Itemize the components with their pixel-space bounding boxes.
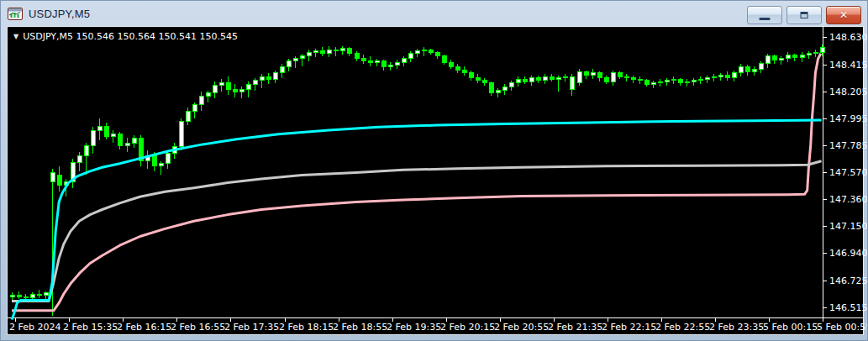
minimize-button[interactable] xyxy=(747,6,782,24)
time-tick-label: 2 Feb 16:55 xyxy=(171,322,225,333)
price-tick-label: 146.725 xyxy=(829,275,868,286)
time-axis[interactable]: 2 Feb 20242 Feb 15:352 Feb 16:152 Feb 16… xyxy=(9,318,868,333)
time-tick-label: 2 Feb 18:55 xyxy=(333,322,387,333)
maximize-button[interactable] xyxy=(786,6,822,24)
time-tick-label: 2 Feb 16:15 xyxy=(117,322,171,333)
symbol-dropdown-icon: ▼ xyxy=(13,33,18,40)
time-tick-label: 2 Feb 20:55 xyxy=(494,322,549,333)
chart-plot[interactable]: 148.630148.415148.205147.995147.785147.5… xyxy=(8,27,863,334)
terminal-window: USDJPY,M5 ✕ 148.630148.415148.205147.995… xyxy=(0,0,868,341)
time-tick-label: 2 Feb 22:15 xyxy=(602,322,656,333)
price-tick-label: 148.415 xyxy=(829,60,868,71)
window-controls: ✕ xyxy=(747,6,861,24)
chart-window-icon xyxy=(8,8,23,20)
price-tick-label: 147.570 xyxy=(829,167,868,178)
chart-area[interactable]: 148.630148.415148.205147.995147.785147.5… xyxy=(8,27,863,334)
price-tick-label: 147.995 xyxy=(829,113,868,124)
time-tick-label: 2 Feb 23:35 xyxy=(709,322,764,333)
time-tick-label: 2 Feb 21:35 xyxy=(548,322,602,333)
time-tick-label: 5 Feb 00:15 xyxy=(763,322,818,333)
time-tick-label: 2 Feb 15:35 xyxy=(63,322,118,333)
time-tick-label: 5 Feb 00:55 xyxy=(817,322,868,333)
close-button[interactable]: ✕ xyxy=(826,6,861,24)
window-title: USDJPY,M5 xyxy=(29,8,90,20)
price-tick-label: 146.515 xyxy=(829,302,868,313)
price-tick-label: 146.940 xyxy=(829,248,868,259)
ohlc-readout: ▼USDJPY,M5 150.546 150.564 150.541 150.5… xyxy=(13,31,238,42)
indicator-line-middle-band xyxy=(12,161,822,302)
price-tick-label: 148.630 xyxy=(829,32,868,43)
price-tick-label: 147.360 xyxy=(829,194,868,205)
time-tick-label: 2 Feb 2024 xyxy=(9,322,60,333)
indicator-line-lower-band xyxy=(12,54,821,311)
time-tick-label: 2 Feb 18:15 xyxy=(279,322,334,333)
candlestick-series xyxy=(10,46,818,316)
title-bar[interactable]: USDJPY,M5 ✕ xyxy=(1,1,867,26)
minimize-icon xyxy=(760,18,771,20)
ohlc-text: USDJPY,M5 150.546 150.564 150.541 150.54… xyxy=(23,31,238,42)
indicator-line-upper-band xyxy=(12,120,822,320)
price-tick-label: 147.785 xyxy=(829,140,868,151)
time-tick-label: 2 Feb 22:55 xyxy=(655,322,710,333)
time-tick-label: 2 Feb 19:35 xyxy=(387,322,441,333)
price-axis[interactable]: 148.630148.415148.205147.995147.785147.5… xyxy=(823,32,868,313)
price-tick-label: 147.150 xyxy=(829,221,868,232)
price-tick-label: 148.205 xyxy=(829,87,868,97)
time-tick-label: 2 Feb 17:35 xyxy=(224,322,279,333)
maximize-icon xyxy=(801,12,808,18)
time-tick-label: 2 Feb 20:15 xyxy=(440,322,495,333)
close-icon: ✕ xyxy=(827,7,860,24)
